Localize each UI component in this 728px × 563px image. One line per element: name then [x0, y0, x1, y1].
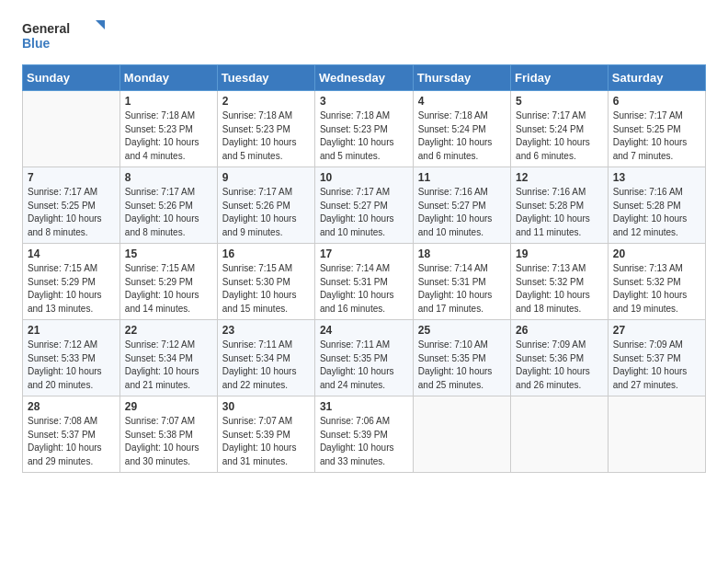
day-info: Sunrise: 7:16 AM Sunset: 5:27 PM Dayligh…: [418, 186, 506, 239]
calendar-cell: [413, 396, 510, 473]
calendar: SundayMondayTuesdayWednesdayThursdayFrid…: [22, 64, 706, 473]
calendar-cell: 31Sunrise: 7:06 AM Sunset: 5:39 PM Dayli…: [314, 396, 413, 473]
day-info: Sunrise: 7:15 AM Sunset: 5:29 PM Dayligh…: [28, 262, 115, 316]
day-number: 24: [320, 324, 408, 337]
calendar-week-2: 7Sunrise: 7:17 AM Sunset: 5:25 PM Daylig…: [23, 167, 706, 244]
day-info: Sunrise: 7:10 AM Sunset: 5:35 PM Dayligh…: [418, 339, 506, 392]
day-number: 18: [418, 247, 506, 260]
day-header-thursday: Thursday: [413, 65, 510, 91]
calendar-header-row: SundayMondayTuesdayWednesdayThursdayFrid…: [23, 65, 706, 91]
calendar-cell: 21Sunrise: 7:12 AM Sunset: 5:33 PM Dayli…: [23, 320, 120, 396]
day-info: Sunrise: 7:07 AM Sunset: 5:39 PM Dayligh…: [222, 415, 310, 468]
calendar-cell: 11Sunrise: 7:16 AM Sunset: 5:27 PM Dayli…: [413, 167, 510, 244]
day-info: Sunrise: 7:15 AM Sunset: 5:29 PM Dayligh…: [125, 262, 212, 316]
day-header-sunday: Sunday: [23, 65, 120, 91]
logo-svg: General Blue: [22, 18, 105, 55]
calendar-cell: 10Sunrise: 7:17 AM Sunset: 5:27 PM Dayli…: [314, 167, 413, 244]
logo: General Blue: [22, 18, 105, 55]
calendar-cell: 16Sunrise: 7:15 AM Sunset: 5:30 PM Dayli…: [217, 244, 314, 320]
calendar-cell: 20Sunrise: 7:13 AM Sunset: 5:32 PM Dayli…: [608, 244, 705, 320]
calendar-cell: 22Sunrise: 7:12 AM Sunset: 5:34 PM Dayli…: [119, 320, 217, 396]
day-number: 30: [222, 400, 310, 413]
day-header-friday: Friday: [511, 65, 609, 91]
day-info: Sunrise: 7:11 AM Sunset: 5:35 PM Dayligh…: [320, 339, 408, 392]
calendar-cell: 28Sunrise: 7:08 AM Sunset: 5:37 PM Dayli…: [23, 396, 120, 473]
calendar-cell: 25Sunrise: 7:10 AM Sunset: 5:35 PM Dayli…: [413, 320, 510, 396]
day-info: Sunrise: 7:15 AM Sunset: 5:30 PM Dayligh…: [222, 262, 310, 316]
calendar-cell: 6Sunrise: 7:17 AM Sunset: 5:25 PM Daylig…: [608, 91, 705, 167]
calendar-cell: 14Sunrise: 7:15 AM Sunset: 5:29 PM Dayli…: [23, 244, 120, 320]
calendar-cell: 27Sunrise: 7:09 AM Sunset: 5:37 PM Dayli…: [608, 320, 705, 396]
day-number: 12: [516, 171, 603, 184]
day-info: Sunrise: 7:06 AM Sunset: 5:39 PM Dayligh…: [320, 415, 408, 468]
day-number: 15: [125, 247, 212, 260]
calendar-week-4: 21Sunrise: 7:12 AM Sunset: 5:33 PM Dayli…: [23, 320, 706, 396]
calendar-cell: 29Sunrise: 7:07 AM Sunset: 5:38 PM Dayli…: [119, 396, 217, 473]
day-number: 1: [125, 95, 212, 108]
day-number: 19: [516, 247, 603, 260]
day-number: 6: [613, 95, 700, 108]
day-info: Sunrise: 7:12 AM Sunset: 5:34 PM Dayligh…: [125, 339, 212, 392]
day-info: Sunrise: 7:09 AM Sunset: 5:37 PM Dayligh…: [613, 339, 700, 392]
day-number: 20: [613, 247, 700, 260]
calendar-week-5: 28Sunrise: 7:08 AM Sunset: 5:37 PM Dayli…: [23, 396, 706, 473]
calendar-cell: [511, 396, 609, 473]
day-info: Sunrise: 7:18 AM Sunset: 5:23 PM Dayligh…: [222, 109, 310, 163]
header: General Blue: [22, 18, 706, 55]
calendar-cell: 2Sunrise: 7:18 AM Sunset: 5:23 PM Daylig…: [217, 91, 314, 167]
calendar-cell: 15Sunrise: 7:15 AM Sunset: 5:29 PM Dayli…: [119, 244, 217, 320]
calendar-cell: 19Sunrise: 7:13 AM Sunset: 5:32 PM Dayli…: [511, 244, 609, 320]
day-header-wednesday: Wednesday: [314, 65, 413, 91]
day-number: 13: [613, 171, 700, 184]
day-number: 26: [516, 324, 603, 337]
day-header-tuesday: Tuesday: [217, 65, 314, 91]
day-number: 5: [516, 95, 603, 108]
day-number: 7: [28, 171, 115, 184]
calendar-cell: 9Sunrise: 7:17 AM Sunset: 5:26 PM Daylig…: [217, 167, 314, 244]
calendar-cell: 1Sunrise: 7:18 AM Sunset: 5:23 PM Daylig…: [119, 91, 217, 167]
day-number: 27: [613, 324, 700, 337]
calendar-cell: 13Sunrise: 7:16 AM Sunset: 5:28 PM Dayli…: [608, 167, 705, 244]
svg-text:General: General: [22, 21, 70, 36]
day-number: 31: [320, 400, 408, 413]
day-info: Sunrise: 7:17 AM Sunset: 5:25 PM Dayligh…: [613, 109, 700, 163]
day-info: Sunrise: 7:13 AM Sunset: 5:32 PM Dayligh…: [613, 262, 700, 316]
calendar-cell: 3Sunrise: 7:18 AM Sunset: 5:23 PM Daylig…: [314, 91, 413, 167]
calendar-cell: [608, 396, 705, 473]
calendar-cell: [23, 91, 120, 167]
day-number: 4: [418, 95, 506, 108]
day-number: 21: [28, 324, 115, 337]
day-number: 2: [222, 95, 310, 108]
day-info: Sunrise: 7:17 AM Sunset: 5:26 PM Dayligh…: [125, 186, 212, 239]
day-number: 10: [320, 171, 408, 184]
day-number: 25: [418, 324, 506, 337]
day-number: 28: [28, 400, 115, 413]
calendar-cell: 12Sunrise: 7:16 AM Sunset: 5:28 PM Dayli…: [511, 167, 609, 244]
calendar-cell: 18Sunrise: 7:14 AM Sunset: 5:31 PM Dayli…: [413, 244, 510, 320]
day-number: 23: [222, 324, 310, 337]
calendar-cell: 26Sunrise: 7:09 AM Sunset: 5:36 PM Dayli…: [511, 320, 609, 396]
day-info: Sunrise: 7:14 AM Sunset: 5:31 PM Dayligh…: [418, 262, 506, 316]
day-number: 9: [222, 171, 310, 184]
day-header-monday: Monday: [119, 65, 217, 91]
calendar-cell: 8Sunrise: 7:17 AM Sunset: 5:26 PM Daylig…: [119, 167, 217, 244]
day-info: Sunrise: 7:11 AM Sunset: 5:34 PM Dayligh…: [222, 339, 310, 392]
calendar-week-3: 14Sunrise: 7:15 AM Sunset: 5:29 PM Dayli…: [23, 244, 706, 320]
calendar-cell: 4Sunrise: 7:18 AM Sunset: 5:24 PM Daylig…: [413, 91, 510, 167]
day-info: Sunrise: 7:18 AM Sunset: 5:23 PM Dayligh…: [125, 109, 212, 163]
calendar-cell: 5Sunrise: 7:17 AM Sunset: 5:24 PM Daylig…: [511, 91, 609, 167]
day-info: Sunrise: 7:17 AM Sunset: 5:25 PM Dayligh…: [28, 186, 115, 239]
day-info: Sunrise: 7:17 AM Sunset: 5:24 PM Dayligh…: [516, 109, 603, 163]
day-info: Sunrise: 7:14 AM Sunset: 5:31 PM Dayligh…: [320, 262, 408, 316]
day-number: 8: [125, 171, 212, 184]
day-info: Sunrise: 7:09 AM Sunset: 5:36 PM Dayligh…: [516, 339, 603, 392]
day-info: Sunrise: 7:12 AM Sunset: 5:33 PM Dayligh…: [28, 339, 115, 392]
day-info: Sunrise: 7:18 AM Sunset: 5:24 PM Dayligh…: [418, 109, 506, 163]
calendar-week-1: 1Sunrise: 7:18 AM Sunset: 5:23 PM Daylig…: [23, 91, 706, 167]
calendar-cell: 7Sunrise: 7:17 AM Sunset: 5:25 PM Daylig…: [23, 167, 120, 244]
calendar-cell: 30Sunrise: 7:07 AM Sunset: 5:39 PM Dayli…: [217, 396, 314, 473]
day-number: 11: [418, 171, 506, 184]
day-number: 14: [28, 247, 115, 260]
calendar-cell: 17Sunrise: 7:14 AM Sunset: 5:31 PM Dayli…: [314, 244, 413, 320]
day-number: 16: [222, 247, 310, 260]
